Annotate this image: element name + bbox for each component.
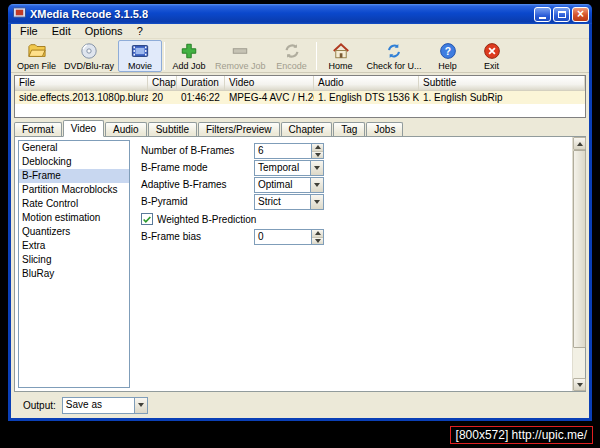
adaptive-bframes-select[interactable]: Optimal	[254, 177, 324, 193]
checkbox-label: Weighted B-Prediction	[157, 214, 256, 225]
minimize-icon	[539, 12, 546, 19]
spinner-up-button[interactable]	[312, 144, 323, 152]
select-value: Strict	[255, 195, 310, 209]
spinner-buttons	[311, 144, 323, 158]
toolbar-button-label: Check for U...	[367, 61, 422, 71]
menu-file[interactable]: File	[13, 24, 45, 38]
bpyramid-select[interactable]: Strict	[254, 194, 324, 210]
chevron-down-icon	[138, 403, 144, 407]
dropdown-button[interactable]	[310, 195, 323, 209]
home-button[interactable]: Home	[319, 40, 363, 72]
update-icon	[385, 42, 403, 61]
menu-options[interactable]: Options	[78, 24, 130, 38]
open-file-icon	[28, 42, 46, 61]
category-deblocking[interactable]: Deblocking	[19, 155, 129, 169]
encode-icon	[283, 42, 301, 61]
add-job-button[interactable]: Add Job	[167, 40, 211, 72]
scroll-down-button[interactable]	[573, 378, 586, 391]
film-icon	[131, 42, 149, 61]
vertical-scrollbar[interactable]	[572, 137, 585, 391]
number-of-bframes-spinner[interactable]: 6	[254, 143, 324, 159]
category-slicing[interactable]: Slicing	[19, 253, 129, 267]
close-button[interactable]: ×	[572, 7, 589, 22]
menu-edit[interactable]: Edit	[45, 24, 78, 38]
maximize-button[interactable]	[553, 7, 570, 22]
toolbar: Open File DVD/Blu-ray Movie Add Job	[11, 39, 589, 73]
remove-job-button: Remove Job	[211, 40, 270, 72]
toolbar-button-label: DVD/Blu-ray	[64, 61, 114, 71]
category-general[interactable]: General	[19, 141, 129, 155]
spinner-down-button[interactable]	[312, 238, 323, 245]
menu-help[interactable]: ?	[130, 24, 150, 38]
column-header-file[interactable]: File	[15, 76, 148, 90]
label-bframe-mode: B-Frame mode	[141, 160, 208, 176]
exit-button[interactable]: Exit	[470, 40, 514, 72]
category-partition-macroblocks[interactable]: Partition Macroblocks	[19, 183, 129, 197]
spinner-buttons	[311, 230, 323, 244]
column-header-subtitle[interactable]: Subtitle	[419, 76, 585, 90]
file-row-cell-subtitle: 1. English SubRip	[419, 91, 585, 104]
dropdown-button[interactable]	[310, 161, 323, 175]
column-header-audio[interactable]: Audio	[314, 76, 419, 90]
output-label: Output:	[23, 400, 56, 411]
tab-video[interactable]: Video	[63, 120, 104, 137]
help-button[interactable]: ? Help	[426, 40, 470, 72]
bframe-mode-select[interactable]: Temporal	[254, 160, 324, 176]
tab-audio[interactable]: Audio	[105, 122, 147, 136]
titlebar[interactable]: XMedia Recode 3.1.5.8 ×	[8, 4, 592, 24]
category-bframe[interactable]: B-Frame	[19, 169, 129, 183]
triangle-up-icon	[315, 231, 321, 235]
label-adaptive-bframes: Adaptive B-Frames	[141, 177, 227, 193]
minimize-button[interactable]	[534, 7, 551, 22]
checkmark-icon	[142, 214, 152, 225]
scrollbar-thumb[interactable]	[573, 150, 586, 348]
triangle-up-icon	[315, 145, 321, 149]
dropdown-button[interactable]	[310, 178, 323, 192]
check-for-updates-button[interactable]: Check for U...	[363, 40, 426, 72]
file-row-cell-audio: 1. English DTS 1536 Kbps ...	[314, 91, 419, 104]
weighted-bprediction-row: Weighted B-Prediction	[141, 212, 256, 226]
tab-filters-preview[interactable]: Filters/Preview	[198, 122, 280, 136]
label-bpyramid: B-Pyramid	[141, 194, 188, 210]
movie-button[interactable]: Movie	[118, 40, 162, 72]
tab-chapter[interactable]: Chapter	[281, 122, 333, 136]
toolbar-button-label: Open File	[17, 61, 56, 71]
svg-text:?: ?	[444, 46, 450, 57]
bframe-bias-spinner[interactable]: 0	[254, 229, 324, 245]
chevron-down-icon	[314, 183, 320, 187]
tab-subtitle[interactable]: Subtitle	[148, 122, 197, 136]
toolbar-separator	[316, 42, 317, 70]
category-quantizers[interactable]: Quantizers	[19, 225, 129, 239]
tab-tag[interactable]: Tag	[333, 122, 365, 136]
triangle-up-icon	[577, 142, 583, 146]
open-file-button[interactable]: Open File	[13, 40, 60, 72]
tab-jobs[interactable]: Jobs	[366, 122, 403, 136]
triangle-down-icon	[315, 153, 321, 157]
file-row-cell-duration: 01:46:22	[177, 91, 225, 104]
chevron-down-icon	[314, 200, 320, 204]
watermark: [800x572] http://upic.me/	[450, 426, 593, 444]
file-row[interactable]: side.effects.2013.1080p.bluray.x26... 20…	[15, 91, 585, 104]
category-bluray[interactable]: BluRay	[19, 267, 129, 281]
dvd-bluray-button[interactable]: DVD/Blu-ray	[60, 40, 118, 72]
settings-category-list: General Deblocking B-Frame Partition Mac…	[18, 140, 130, 388]
column-header-chapters[interactable]: Chapters	[148, 76, 177, 90]
file-row-cell-file: side.effects.2013.1080p.bluray.x26...	[15, 91, 148, 104]
tab-format[interactable]: Format	[14, 122, 62, 136]
triangle-down-icon	[315, 239, 321, 243]
app-window: XMedia Recode 3.1.5.8 × File Edit Option…	[8, 4, 592, 421]
category-extra[interactable]: Extra	[19, 239, 129, 253]
dropdown-button[interactable]	[134, 398, 147, 413]
column-header-video[interactable]: Video	[225, 76, 314, 90]
column-header-duration[interactable]: Duration	[177, 76, 225, 90]
category-rate-control[interactable]: Rate Control	[19, 197, 129, 211]
spinner-up-button[interactable]	[312, 230, 323, 238]
output-mode-select[interactable]: Save as	[62, 397, 148, 414]
category-motion-estimation[interactable]: Motion estimation	[19, 211, 129, 225]
encode-button: Encode	[270, 40, 314, 72]
spinner-down-button[interactable]	[312, 152, 323, 159]
scroll-up-button[interactable]	[573, 137, 586, 150]
weighted-bprediction-checkbox[interactable]	[141, 213, 153, 225]
file-list-header: File Chapters Duration Video Audio Subti…	[15, 76, 585, 91]
menu-bar: File Edit Options ?	[11, 24, 589, 39]
